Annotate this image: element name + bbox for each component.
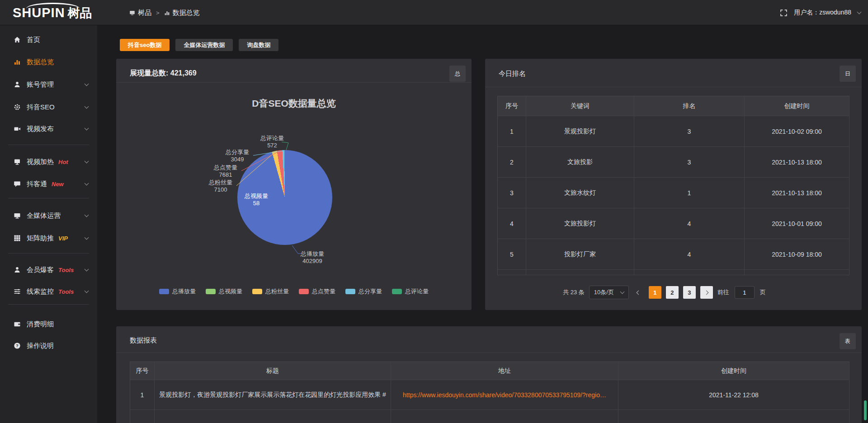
pie-label-value: 7100 [204, 186, 237, 193]
table-view-button[interactable]: 表 [840, 333, 856, 349]
sidebar-item-矩阵助推[interactable]: 矩阵助推VIP [0, 227, 97, 249]
prev-page-button[interactable] [633, 286, 644, 299]
legend-item-总点赞量[interactable]: 总点赞量 [299, 287, 335, 296]
panel-title: 今日排名 [499, 70, 526, 78]
pie-chart-area: D音SEO数据量总览 总播放量402909总视频量58总粉丝量7100总点赞量7… [116, 59, 472, 310]
chevron-down-icon [85, 104, 89, 108]
next-page-button[interactable] [700, 286, 713, 299]
table-cell: 2021-10-02 09:00 [745, 116, 849, 147]
sidebar-item-线索监控[interactable]: 线索监控Tools [0, 281, 97, 302]
sidebar-item-抖音SEO[interactable]: 抖音SEO [0, 96, 97, 118]
goto-page-input[interactable] [735, 286, 755, 299]
chevron-down-icon [85, 267, 89, 271]
chart-title: D音SEO数据量总览 [116, 97, 472, 110]
table-cell [130, 410, 155, 423]
breadcrumb-label: 树品 [138, 9, 151, 17]
legend-item-总视频量[interactable]: 总视频量 [206, 287, 242, 296]
legend-swatch [392, 289, 402, 294]
sidebar-item-label: 全媒体运营 [27, 212, 61, 220]
sidebar-divider [8, 145, 89, 145]
main-content: 抖音seo数据全媒体运营数据询盘数据 展现量总数: 421,369 总 D音SE… [97, 25, 868, 423]
table-cell: 2021-10-01 09:00 [745, 208, 849, 239]
sidebar-item-label: 抖音SEO [27, 103, 55, 112]
legend-label: 总播放量 [172, 287, 196, 296]
table-cell [391, 410, 618, 423]
sidebar-item-会员爆客[interactable]: 会员爆客Tools [0, 259, 97, 281]
pie-label-总播放量: 总播放量402909 [296, 250, 329, 265]
divider [485, 87, 862, 87]
sidebar-item-label: 消费明细 [27, 320, 54, 329]
scrollbar-thumb[interactable] [864, 400, 867, 420]
table-row: 1景观投影灯，夜游景观投影灯厂家展示展示落花灯在花园里的灯光投影应用效果 #ht… [130, 380, 849, 410]
table-row: 4文旅投影灯42021-10-01 09:00 [498, 208, 849, 239]
video-link[interactable]: https://www.iesdouyin.com/share/video/70… [391, 380, 618, 410]
table-cell: 4 [634, 239, 745, 270]
breadcrumb-item-root[interactable]: 树品 [129, 9, 151, 17]
legend-item-总播放量[interactable]: 总播放量 [159, 287, 196, 296]
legend-label: 总视频量 [219, 287, 242, 296]
table-cell: 2021-11-22 12:08 [618, 380, 849, 410]
sidebar-item-label: 首页 [27, 36, 40, 44]
table-row-partial [130, 410, 849, 423]
column-header: 关键词 [526, 96, 634, 116]
pie-label-总粉丝量: 总粉丝量7100 [204, 179, 237, 193]
page-button-2[interactable]: 2 [666, 286, 679, 299]
top-header: SHUPIN树品 树品 > 数据总览 用户名：zswodun88 [0, 0, 868, 25]
goto-label: 前往 [717, 288, 729, 296]
table-header-row: 序号关键词排名创建时间 [498, 96, 849, 116]
tab-抖音seo数据[interactable]: 抖音seo数据 [120, 39, 170, 51]
pie-label-value: 572 [256, 142, 288, 149]
sidebar-item-数据总览[interactable]: 数据总览 [0, 51, 97, 73]
pagination-total: 共 23 条 [563, 288, 585, 296]
sidebar-item-视频发布[interactable]: 视频发布 [0, 118, 97, 140]
table-cell [634, 270, 745, 275]
legend-swatch [159, 289, 169, 294]
table-cell: 4 [634, 208, 745, 239]
column-header: 标题 [155, 362, 391, 380]
page-button-3[interactable]: 3 [683, 286, 696, 299]
pie-label-value: 58 [240, 200, 273, 207]
fullscreen-icon[interactable] [780, 9, 788, 17]
sidebar-item-账号管理[interactable]: 账号管理 [0, 74, 97, 95]
username-label[interactable]: 用户名：zswodun88 [794, 9, 851, 17]
column-header: 创建时间 [745, 96, 849, 116]
table-cell: 文旅投影 [526, 147, 634, 178]
column-header: 创建时间 [618, 362, 849, 380]
daily-view-button[interactable]: 日 [840, 66, 856, 82]
bar-chart-icon [164, 10, 170, 16]
sidebar-item-视频加热[interactable]: 视频加热Hot [0, 151, 97, 173]
legend-label: 总点赞量 [312, 287, 335, 296]
pie-label-总点赞量: 总点赞量7681 [209, 164, 242, 179]
pie-label-总评论量: 总评论量572 [256, 135, 288, 149]
sidebar-item-全媒体运营[interactable]: 全媒体运营 [0, 205, 97, 226]
sidebar-item-消费明细[interactable]: 消费明细 [0, 313, 97, 335]
report-table: 序号标题地址创建时间1景观投影灯，夜游景观投影灯厂家展示展示落花灯在花园里的灯光… [130, 362, 849, 423]
legend-item-总评论量[interactable]: 总评论量 [392, 287, 429, 296]
table-row: 2文旅投影32021-10-13 18:00 [498, 147, 849, 178]
sidebar-item-badge: Tools [58, 288, 74, 295]
legend-label: 总粉丝量 [265, 287, 289, 296]
sidebar-item-badge: New [52, 181, 64, 188]
chevron-down-icon [85, 181, 89, 185]
legend-item-总分享量[interactable]: 总分享量 [345, 287, 382, 296]
table-cell: 1 [498, 116, 526, 147]
pie-label-name: 总视频量 [240, 193, 273, 200]
chevron-down-icon [85, 288, 89, 293]
page-size-select[interactable]: 10条/页 [589, 286, 629, 299]
sidebar-item-操作说明[interactable]: ?操作说明 [0, 335, 97, 357]
pie-label-name: 总评论量 [256, 135, 288, 142]
pie-label-name: 总点赞量 [209, 164, 242, 171]
pie-label-value: 402909 [296, 258, 329, 265]
sidebar-item-抖客通[interactable]: 抖客通New [0, 173, 97, 195]
member-icon [14, 266, 21, 273]
column-header: 排名 [634, 96, 745, 116]
tv-icon [14, 158, 21, 165]
legend-item-总粉丝量[interactable]: 总粉丝量 [252, 287, 289, 296]
chevron-down-icon [85, 235, 89, 240]
logo-arc [26, 3, 80, 14]
breadcrumb-item-current[interactable]: 数据总览 [164, 9, 200, 17]
tab-询盘数据[interactable]: 询盘数据 [239, 39, 278, 51]
tab-全媒体运营数据[interactable]: 全媒体运营数据 [175, 39, 233, 51]
page-button-1[interactable]: 1 [649, 286, 661, 299]
sidebar-item-首页[interactable]: 首页 [0, 29, 97, 51]
